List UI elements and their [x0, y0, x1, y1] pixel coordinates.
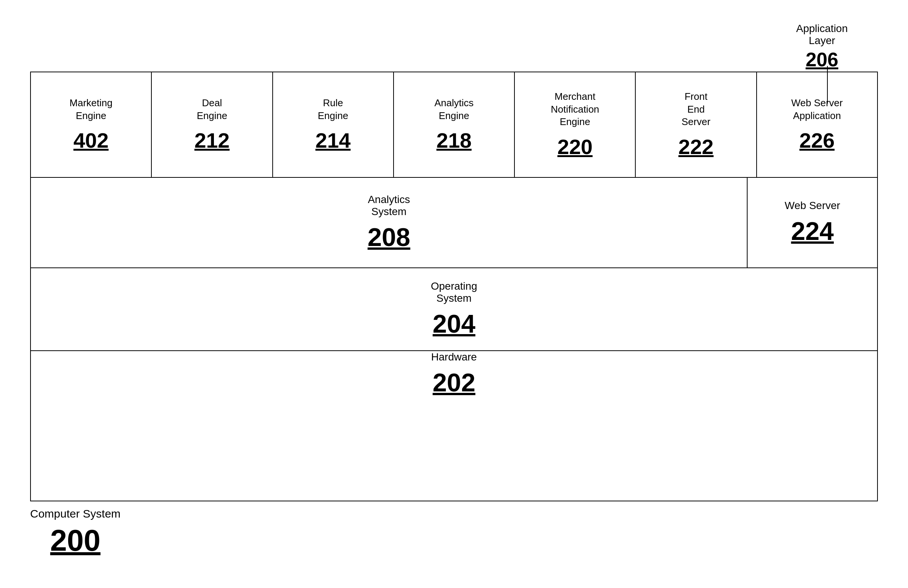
- application-cells-row: MarketingEngine 402 DealEngine 212 RuleE…: [31, 72, 877, 178]
- analytics-system-label: AnalyticsSystem: [368, 193, 410, 218]
- application-layer-text: ApplicationLayer: [796, 23, 848, 46]
- computer-system-num: 200: [30, 523, 121, 558]
- main-diagram-box: MarketingEngine 402 DealEngine 212 RuleE…: [30, 72, 878, 501]
- hardware-label: Hardware: [431, 351, 477, 363]
- web-server-label: Web Server: [785, 200, 840, 212]
- application-layer-num: 206: [796, 48, 848, 71]
- rule-engine-num: 214: [315, 128, 350, 153]
- marketing-engine-label: MarketingEngine: [70, 97, 113, 122]
- os-num: 204: [433, 309, 475, 338]
- analytics-system-num: 208: [367, 222, 410, 251]
- front-end-server-num: 222: [678, 134, 713, 159]
- merchant-notification-label: MerchantNotificationEngine: [551, 90, 599, 129]
- cell-web-server: Web Server 224: [747, 178, 877, 267]
- cell-deal-engine: DealEngine 212: [152, 72, 273, 177]
- computer-system-section: Computer System 200: [30, 507, 121, 558]
- analytics-engine-num: 218: [436, 128, 472, 153]
- cell-front-end-server: FrontEndServer 222: [636, 72, 757, 177]
- analytics-engine-label: AnalyticsEngine: [434, 97, 473, 122]
- cell-web-server-application: Web ServerApplication 226: [757, 72, 877, 177]
- cell-rule-engine: RuleEngine 214: [273, 72, 394, 177]
- operating-system-row: OperatingSystem 204: [31, 268, 877, 351]
- computer-system-label: Computer System: [30, 507, 121, 520]
- marketing-engine-num: 402: [73, 128, 108, 153]
- os-label: OperatingSystem: [431, 280, 477, 304]
- cell-analytics-engine: AnalyticsEngine 218: [394, 72, 515, 177]
- merchant-notification-num: 220: [557, 134, 592, 159]
- cell-merchant-notification: MerchantNotificationEngine 220: [515, 72, 636, 177]
- deal-engine-label: DealEngine: [196, 97, 227, 122]
- application-layer-label: ApplicationLayer 206: [796, 23, 848, 71]
- middle-row: AnalyticsSystem 208 Web Server 224: [31, 178, 877, 268]
- cell-analytics-system: AnalyticsSystem 208: [31, 178, 747, 267]
- rule-engine-label: RuleEngine: [318, 97, 348, 122]
- hardware-row: Hardware 202: [31, 351, 877, 397]
- web-server-application-num: 226: [800, 128, 835, 153]
- front-end-server-label: FrontEndServer: [682, 90, 711, 129]
- web-server-num: 224: [791, 216, 834, 246]
- web-server-application-label: Web ServerApplication: [791, 97, 843, 122]
- cell-marketing-engine: MarketingEngine 402: [31, 72, 152, 177]
- deal-engine-num: 212: [194, 128, 229, 153]
- hardware-num: 202: [433, 367, 475, 397]
